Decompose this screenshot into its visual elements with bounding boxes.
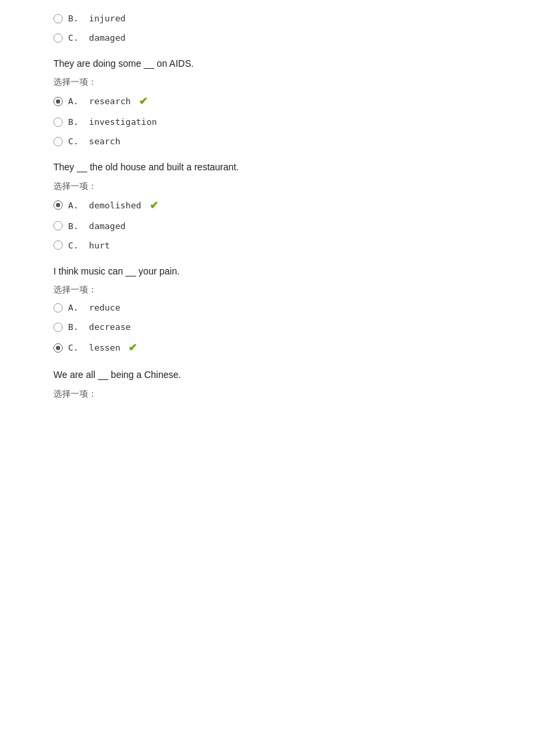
radio-button-a[interactable]	[53, 97, 63, 106]
option-label-a: A. demolished	[68, 200, 142, 210]
option-label-c: C. lessen	[68, 343, 120, 353]
option-label-b: B. damaged	[68, 221, 125, 231]
option-row-b: B. investigation	[53, 117, 481, 127]
question-text: We are all __ being a Chinese.	[53, 367, 481, 382]
radio-button-b[interactable]	[53, 118, 63, 127]
option-label: C. damaged	[68, 33, 125, 43]
radio-button-a[interactable]	[53, 303, 63, 313]
radio-button-c[interactable]	[53, 137, 63, 146]
radio-button-b[interactable]	[53, 221, 63, 230]
radio-button-b[interactable]	[53, 14, 63, 23]
question-music-pain: I think music can __ your pain. 选择一项： A.…	[53, 264, 481, 354]
option-row: C. damaged	[53, 33, 481, 43]
option-row: B. injured	[53, 13, 481, 23]
option-label-b: B. investigation	[68, 117, 157, 127]
option-row-b: B. damaged	[53, 221, 481, 231]
option-label-b: B. decrease	[68, 322, 131, 332]
question-text: I think music can __ your pain.	[53, 264, 481, 278]
option-row-b: B. decrease	[53, 322, 481, 332]
option-row-c: C. search	[53, 136, 481, 146]
option-label-a: A. research	[68, 96, 131, 106]
question-old-house: They __ the old house and built a restau…	[53, 160, 481, 250]
correct-checkmark: ✔	[128, 341, 137, 354]
question-text: They __ the old house and built a restau…	[53, 160, 481, 174]
select-label: 选择一项：	[53, 388, 481, 400]
option-row-c: C. hurt	[53, 240, 481, 250]
question-text: They are doing some __ on AIDS.	[53, 56, 481, 71]
option-label: B. injured	[68, 13, 125, 23]
select-label: 选择一项：	[53, 180, 481, 192]
correct-checkmark: ✔	[139, 95, 148, 108]
radio-button-a[interactable]	[53, 200, 63, 210]
option-label-c: C. hurt	[68, 240, 110, 250]
option-row-c: C. lessen ✔	[53, 341, 481, 354]
correct-checkmark: ✔	[150, 199, 158, 212]
radio-button-c[interactable]	[53, 343, 63, 353]
radio-button-b[interactable]	[53, 323, 63, 332]
question-aids: They are doing some __ on AIDS. 选择一项： A.…	[53, 56, 481, 146]
select-label: 选择一项：	[53, 284, 481, 296]
question-chinese: We are all __ being a Chinese. 选择一项：	[53, 367, 481, 399]
option-row-a: A. reduce	[53, 303, 481, 313]
option-row-a: A. research ✔	[53, 95, 481, 108]
option-label-c: C. search	[68, 136, 120, 146]
option-row-a: A. demolished ✔	[53, 199, 481, 212]
partial-question-top: B. injured C. damaged	[53, 13, 481, 43]
radio-button-c[interactable]	[53, 33, 63, 43]
radio-button-c[interactable]	[53, 240, 63, 250]
select-label: 选择一项：	[53, 76, 481, 88]
option-label-a: A. reduce	[68, 303, 120, 313]
